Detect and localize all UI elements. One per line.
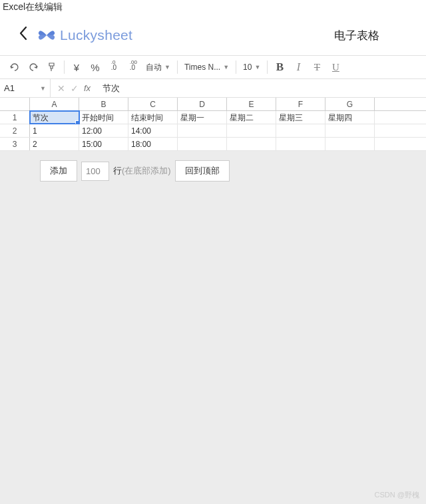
confirm-icon[interactable]: ✓ bbox=[71, 83, 79, 94]
fx-label: fx bbox=[84, 83, 91, 93]
page-title: 电子表格 bbox=[334, 28, 379, 43]
cell[interactable]: 节次 bbox=[30, 111, 79, 124]
formula-bar: A1 ▼ ✕ ✓ fx 节次 bbox=[0, 79, 426, 98]
column-header[interactable]: D bbox=[178, 98, 227, 110]
column-header[interactable]: B bbox=[79, 98, 128, 110]
cell[interactable] bbox=[276, 124, 325, 137]
cell[interactable]: 星期二 bbox=[227, 111, 276, 124]
underline-button[interactable]: U bbox=[326, 58, 345, 76]
decrease-decimal-button[interactable]: .0.0 bbox=[105, 58, 123, 76]
cell[interactable] bbox=[227, 138, 276, 150]
cell[interactable]: 18:00 bbox=[128, 138, 178, 150]
cell[interactable] bbox=[178, 138, 227, 150]
bold-button[interactable]: B bbox=[270, 58, 289, 76]
column-headers: ABCDEFG bbox=[0, 98, 426, 111]
currency-button[interactable]: ¥ bbox=[67, 58, 86, 76]
cell[interactable] bbox=[227, 124, 276, 137]
separator bbox=[267, 61, 268, 74]
separator bbox=[177, 61, 178, 74]
font-family-dropdown[interactable]: Times N... ▼ bbox=[180, 58, 233, 76]
table-row: 3215:0018:00 bbox=[0, 138, 426, 151]
cell[interactable]: 开始时间 bbox=[79, 111, 128, 124]
add-rows-button[interactable]: 添加 bbox=[40, 160, 77, 182]
logo: Luckysheet bbox=[37, 27, 132, 44]
table-row: 1节次开始时间结束时间星期一星期二星期三星期四 bbox=[0, 111, 426, 124]
cell[interactable]: 2 bbox=[30, 138, 79, 150]
number-format-dropdown[interactable]: 自动 ▼ bbox=[142, 58, 174, 76]
cell[interactable]: 14:00 bbox=[128, 124, 178, 137]
grid: ABCDEFG 1节次开始时间结束时间星期一星期二星期三星期四2112:0014… bbox=[0, 98, 426, 504]
logo-icon bbox=[37, 27, 56, 44]
column-header[interactable]: C bbox=[128, 98, 178, 110]
toolbar: ¥ % .0.0 .0.00 自动 ▼ Times N... ▼ 10 ▼ B … bbox=[0, 55, 426, 79]
chevron-down-icon: ▼ bbox=[254, 64, 260, 70]
cell[interactable]: 1 bbox=[30, 124, 79, 137]
column-header[interactable]: A bbox=[30, 98, 79, 110]
cell[interactable]: 星期四 bbox=[325, 111, 375, 124]
italic-button[interactable]: I bbox=[289, 58, 308, 76]
chevron-down-icon: ▼ bbox=[223, 64, 229, 70]
cell[interactable]: 12:00 bbox=[79, 124, 128, 137]
column-header[interactable]: G bbox=[325, 98, 375, 110]
column-header[interactable]: E bbox=[227, 98, 276, 110]
strikethrough-button[interactable]: T bbox=[308, 58, 326, 76]
header: Luckysheet 电子表格 bbox=[0, 15, 426, 55]
column-header[interactable]: F bbox=[276, 98, 325, 110]
formula-input[interactable]: 节次 bbox=[97, 79, 426, 97]
row-header[interactable]: 2 bbox=[0, 124, 30, 137]
row-header[interactable]: 3 bbox=[0, 138, 30, 150]
window-title: Excel在线编辑 bbox=[0, 0, 426, 15]
grid-empty-area[interactable] bbox=[0, 191, 426, 504]
redo-button[interactable] bbox=[24, 58, 43, 76]
increase-decimal-button[interactable]: .0.00 bbox=[123, 58, 142, 76]
percent-button[interactable]: % bbox=[86, 58, 105, 76]
name-box[interactable]: A1 ▼ bbox=[0, 79, 51, 97]
cell[interactable]: 星期三 bbox=[276, 111, 325, 124]
row-header[interactable]: 1 bbox=[0, 111, 30, 124]
cell[interactable] bbox=[276, 138, 325, 150]
format-painter-button[interactable] bbox=[43, 58, 61, 76]
cancel-icon[interactable]: ✕ bbox=[57, 83, 65, 94]
cell[interactable]: 星期一 bbox=[178, 111, 227, 124]
cell[interactable] bbox=[325, 124, 375, 137]
separator bbox=[236, 61, 236, 74]
watermark: CSDN @野槐 bbox=[375, 490, 419, 500]
cell[interactable] bbox=[325, 138, 375, 150]
back-to-top-button[interactable]: 回到顶部 bbox=[175, 160, 230, 182]
font-size-dropdown[interactable]: 10 ▼ bbox=[239, 58, 264, 76]
add-rows-label: 行(在底部添加) bbox=[113, 165, 171, 177]
separator bbox=[64, 61, 65, 74]
cell[interactable]: 结束时间 bbox=[128, 111, 178, 124]
add-rows-count-input[interactable] bbox=[81, 162, 109, 181]
cell[interactable]: 15:00 bbox=[79, 138, 128, 150]
fx-tools: ✕ ✓ fx bbox=[51, 83, 97, 94]
table-row: 2112:0014:00 bbox=[0, 124, 426, 138]
chevron-down-icon: ▼ bbox=[164, 64, 170, 70]
cell[interactable] bbox=[178, 124, 227, 137]
select-all-corner[interactable] bbox=[0, 98, 30, 110]
logo-text: Luckysheet bbox=[60, 27, 132, 43]
chevron-down-icon: ▼ bbox=[40, 85, 46, 92]
back-button[interactable] bbox=[19, 26, 28, 45]
undo-button[interactable] bbox=[5, 58, 24, 76]
add-rows-bar: 添加 行(在底部添加) 回到顶部 bbox=[0, 151, 426, 191]
